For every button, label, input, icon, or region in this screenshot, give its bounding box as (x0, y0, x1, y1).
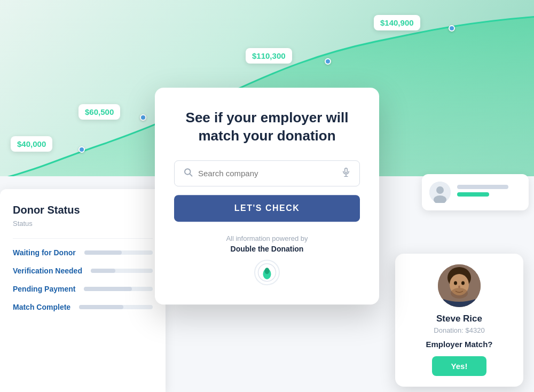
ghost-avatar (429, 182, 451, 203)
donor-bar-fill-waiting (84, 250, 122, 255)
donor-bar-verification (91, 269, 153, 273)
powered-by-name: Double the Donation (174, 245, 360, 253)
mic-icon (341, 167, 351, 179)
svg-line-11 (190, 174, 192, 176)
search-input[interactable] (198, 169, 341, 178)
donor-bar-fill-pending (84, 287, 132, 291)
price-dot-60k (140, 114, 146, 121)
modal-title: See if your employer will match your don… (174, 109, 360, 145)
donor-row-pending: Pending Payment (13, 285, 153, 293)
price-tag-140k: $140,900 (374, 15, 420, 30)
svg-point-5 (458, 286, 460, 288)
price-tag-40k: $40,000 (11, 136, 52, 152)
powered-by-label: All information powered by (174, 234, 360, 242)
steve-card: Steve Rice Donation: $4320 Employer Matc… (395, 254, 523, 387)
donor-row-waiting: Waiting for Donor (13, 248, 153, 257)
svg-point-4 (461, 281, 465, 285)
donor-panel-title: Donor Status (13, 204, 153, 216)
donor-row-label-verification: Verification Needed (13, 266, 82, 275)
lets-check-button[interactable]: LET'S CHECK (174, 195, 360, 222)
donor-row-label-waiting: Waiting for Donor (13, 248, 76, 257)
donor-bar-waiting (84, 250, 153, 255)
avatar (438, 264, 481, 307)
donor-bar-pending (84, 287, 153, 291)
double-donation-logo (254, 260, 280, 285)
ghost-card (422, 174, 529, 210)
svg-rect-12 (345, 168, 348, 173)
yes-button[interactable]: Yes! (432, 356, 487, 376)
donor-panel-subtitle: Status (13, 219, 153, 228)
donor-divider (13, 238, 153, 239)
donor-row-verification: Verification Needed (13, 266, 153, 275)
svg-point-3 (454, 281, 457, 285)
svg-point-8 (436, 186, 444, 194)
steve-donation: Donation: $4320 (406, 326, 513, 334)
search-icon (183, 167, 193, 179)
price-dot-110k (325, 58, 331, 65)
ghost-line-2 (457, 192, 489, 197)
ghost-line-1 (457, 185, 508, 189)
price-dot-140k (449, 25, 455, 32)
donor-row-label-complete: Match Complete (13, 303, 70, 311)
ghost-avatar-svg (429, 182, 451, 203)
donor-panel: Donor Status Status Waiting for Donor Ve… (0, 189, 166, 392)
price-tag-60k: $60,500 (78, 104, 120, 120)
steve-avatar-svg (438, 264, 481, 307)
donor-row-label-pending: Pending Payment (13, 285, 75, 293)
search-box[interactable] (174, 160, 360, 186)
price-dot-40k (78, 146, 85, 153)
double-donation-icon (257, 263, 277, 282)
donor-bar-complete (79, 305, 153, 309)
donor-bar-fill-verification (91, 269, 115, 273)
svg-point-6 (451, 288, 468, 299)
steve-match-label: Employer Match? (406, 340, 513, 349)
price-tag-110k: $110,300 (246, 48, 292, 64)
steve-name: Steve Rice (406, 313, 513, 324)
svg-point-17 (265, 268, 270, 274)
donor-bar-fill-complete (79, 305, 123, 309)
ghost-lines (457, 185, 521, 200)
main-modal: See if your employer will match your don… (155, 88, 379, 304)
donor-row-complete: Match Complete (13, 303, 153, 311)
